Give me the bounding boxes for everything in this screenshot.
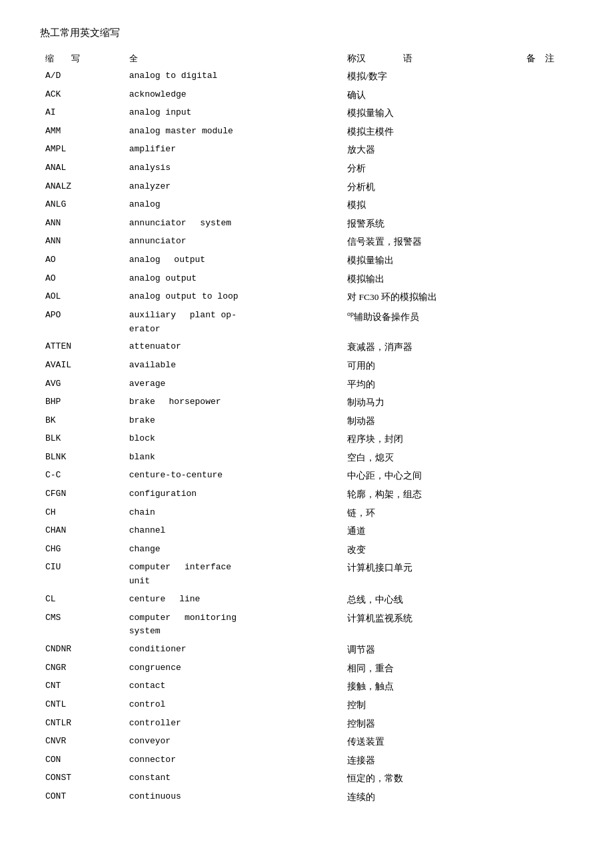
cell-chinese: 控制器 [342,715,521,733]
table-row: CONconnector连接器 [40,751,573,770]
cell-note [521,412,573,431]
cell-abbr: ANN [40,233,124,251]
table-row: AVGaverage平均的 [40,375,573,394]
cell-full: centure-to-centure [124,467,342,485]
cell-abbr: ACK [40,86,124,105]
cell-abbr: CNGR [40,659,124,678]
cell-chinese: 传送装置 [342,733,521,751]
cell-note [521,788,573,807]
cell-chinese: 报警系统 [342,215,521,233]
table-row: CNVRconveyor传送装置 [40,733,573,751]
table-row: C-Ccenture-to-centure中心距，中心之间 [40,467,573,485]
cell-abbr: CHAN [40,522,124,541]
cell-chinese: 模拟 [342,196,521,215]
cell-note [521,86,573,105]
cell-abbr: CONST [40,769,124,788]
table-row: CIUcomputer interface unit计算机接口单元 [40,559,573,591]
cell-full: annunciator [124,233,342,251]
table-row: AOLanalog output to loop对 FC30 环的模拟输出 [40,288,573,307]
cell-abbr: AO [40,270,124,289]
cell-full: constant [124,769,342,788]
cell-abbr: CNT [40,677,124,696]
cell-chinese: 连接器 [342,751,521,770]
cell-note [521,449,573,467]
header-full: 全 [124,50,342,67]
cell-abbr: AVG [40,375,124,394]
cell-note [521,591,573,609]
cell-full: analog to digital [124,67,342,86]
table-row: ANALZanalyzer分析机 [40,178,573,197]
cell-note [521,123,573,141]
table-row: CMScomputer monitoring system计算机监视系统 [40,609,573,641]
table-row: BLNKblank空白，熄灭 [40,449,573,467]
cell-note [521,178,573,197]
cell-full: conditioner [124,641,342,659]
cell-note [521,251,573,270]
table-row: BKbrake制动器 [40,412,573,431]
table-row: AVAILavailable可用的 [40,357,573,375]
cell-abbr: CONT [40,788,124,807]
table-row: AMManalog master module模拟主模件 [40,123,573,141]
cell-abbr: CNDNR [40,641,124,659]
cell-chinese: 制动器 [342,412,521,431]
cell-abbr: CHG [40,541,124,559]
cell-full: computer monitoring system [124,609,342,641]
table-row: BLKblock程序块，封闭 [40,430,573,449]
table-row: CNTcontact接触，触点 [40,677,573,696]
cell-note [521,641,573,659]
table-row: BHPbrake horsepower制动马力 [40,393,573,412]
cell-abbr: CNVR [40,733,124,751]
cell-chinese: 模拟主模件 [342,123,521,141]
cell-note [521,522,573,541]
cell-full: contact [124,677,342,696]
cell-full: control [124,696,342,715]
cell-chinese: op辅助设备操作员 [342,307,521,339]
cell-note [521,141,573,159]
cell-chinese: 通道 [342,522,521,541]
cell-full: analog output to loop [124,288,342,307]
cell-note [521,751,573,770]
cell-chinese: 制动马力 [342,393,521,412]
cell-full: analog [124,196,342,215]
cell-note [521,733,573,751]
cell-full: amplifier [124,141,342,159]
cell-chinese: 计算机监视系统 [342,609,521,641]
cell-full: brake horsepower [124,393,342,412]
cell-full: attenuator [124,338,342,357]
cell-full: available [124,357,342,375]
cell-abbr: AI [40,104,124,123]
cell-chinese: 程序块，封闭 [342,430,521,449]
table-row: ANNannunciator system报警系统 [40,215,573,233]
cell-abbr: BLNK [40,449,124,467]
cell-abbr: BLK [40,430,124,449]
cell-full: computer interface unit [124,559,342,591]
cell-note [521,696,573,715]
header-note: 备 注 [521,50,573,67]
cell-abbr: CL [40,591,124,609]
cell-chinese: 模拟输出 [342,270,521,289]
cell-note [521,270,573,289]
cell-full: analog output [124,270,342,289]
table-row: AIanalog input模拟量输入 [40,104,573,123]
cell-abbr: ANAL [40,159,124,178]
table-row: APOauxiliary plant op-eratorop辅助设备操作员 [40,307,573,339]
cell-chinese: 对 FC30 环的模拟输出 [342,288,521,307]
cell-chinese: 放大器 [342,141,521,159]
table-row: CHGchange改变 [40,541,573,559]
cell-note [521,393,573,412]
cell-chinese: 控制 [342,696,521,715]
cell-abbr: ANLG [40,196,124,215]
table-row: CONTcontinuous连续的 [40,788,573,807]
table-row: CFGNconfiguration轮廓，构架，组态 [40,485,573,504]
cell-full: chain [124,504,342,523]
cell-chinese: 模拟量输入 [342,104,521,123]
cell-full: channel [124,522,342,541]
cell-chinese: 确认 [342,86,521,105]
cell-full: brake [124,412,342,431]
cell-abbr: CFGN [40,485,124,504]
cell-chinese: 可用的 [342,357,521,375]
cell-abbr: A/D [40,67,124,86]
table-row: CLcenture line总线，中心线 [40,591,573,609]
cell-note [521,769,573,788]
cell-full: continuous [124,788,342,807]
